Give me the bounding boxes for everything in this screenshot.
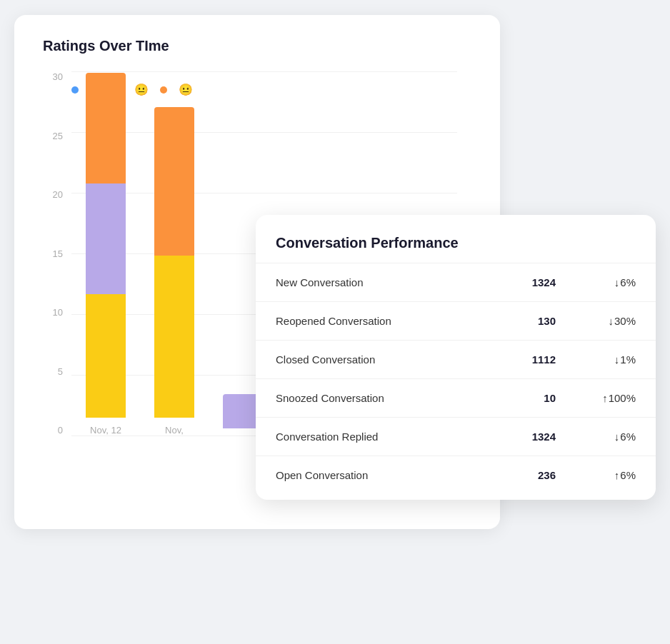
bar-yellow-nov12	[86, 294, 126, 418]
y-label-25: 25	[53, 131, 63, 141]
row-change-reopened: 30%	[576, 302, 656, 341]
y-label-10: 10	[53, 307, 63, 318]
bar-stack-nov2	[154, 75, 194, 418]
bar-label-nov2: Nov,	[165, 425, 184, 436]
row-value-open: 236	[496, 456, 576, 495]
table-row-reopened: Reopened Conversation 130 30%	[256, 302, 656, 341]
table-row-closed: Closed Conversation 1112 1%	[256, 341, 656, 379]
performance-card: Conversation Performance New Conversatio…	[256, 215, 656, 500]
y-label-5: 5	[58, 366, 63, 377]
row-change-replied: 6%	[576, 418, 656, 456]
table-row-snoozed: Snoozed Conversation 10 100%	[256, 379, 656, 418]
performance-title: Conversation Performance	[256, 235, 656, 251]
row-value-closed: 1112	[496, 341, 576, 379]
y-label-20: 20	[53, 189, 63, 200]
bar-orange-nov12	[86, 73, 126, 183]
row-label-new-conversation: New Conversation	[256, 263, 496, 302]
row-label-reopened: Reopened Conversation	[256, 302, 496, 341]
bar-group-nov12: Nov, 12	[86, 75, 126, 436]
y-label-0: 0	[58, 425, 63, 436]
row-label-snoozed: Snoozed Conversation	[256, 379, 496, 418]
bar-yellow-nov2	[154, 256, 194, 418]
row-label-replied: Conversation Replied	[256, 418, 496, 456]
bar-orange-nov2	[154, 107, 194, 256]
bar-stack-nov12	[86, 75, 126, 418]
bar-group-nov2: Nov,	[154, 75, 194, 436]
row-label-closed: Closed Conversation	[256, 341, 496, 379]
chart-title: Ratings Over TIme	[43, 38, 471, 54]
row-change-new-conversation: 6%	[576, 263, 656, 302]
row-value-new-conversation: 1324	[496, 263, 576, 302]
row-value-reopened: 130	[496, 302, 576, 341]
row-change-snoozed: 100%	[576, 379, 656, 418]
y-label-30: 30	[53, 71, 63, 82]
bar-label-nov12: Nov, 12	[90, 425, 121, 436]
y-axis: 30 25 20 15 10 5 0	[43, 71, 63, 436]
bar-purple-nov12	[86, 183, 126, 294]
row-change-closed: 1%	[576, 341, 656, 379]
performance-table: New Conversation 1324 6% Reopened Conver…	[256, 263, 656, 494]
main-container: Ratings Over TIme 30 25 20 15 10 5 0	[14, 15, 656, 629]
row-value-snoozed: 10	[496, 379, 576, 418]
table-row-replied: Conversation Replied 1324 6%	[256, 418, 656, 456]
table-row-open: Open Conversation 236 6%	[256, 456, 656, 495]
y-label-15: 15	[53, 248, 63, 259]
table-row-new-conversation: New Conversation 1324 6%	[256, 263, 656, 302]
row-value-replied: 1324	[496, 418, 576, 456]
row-change-open: 6%	[576, 456, 656, 495]
row-label-open: Open Conversation	[256, 456, 496, 495]
